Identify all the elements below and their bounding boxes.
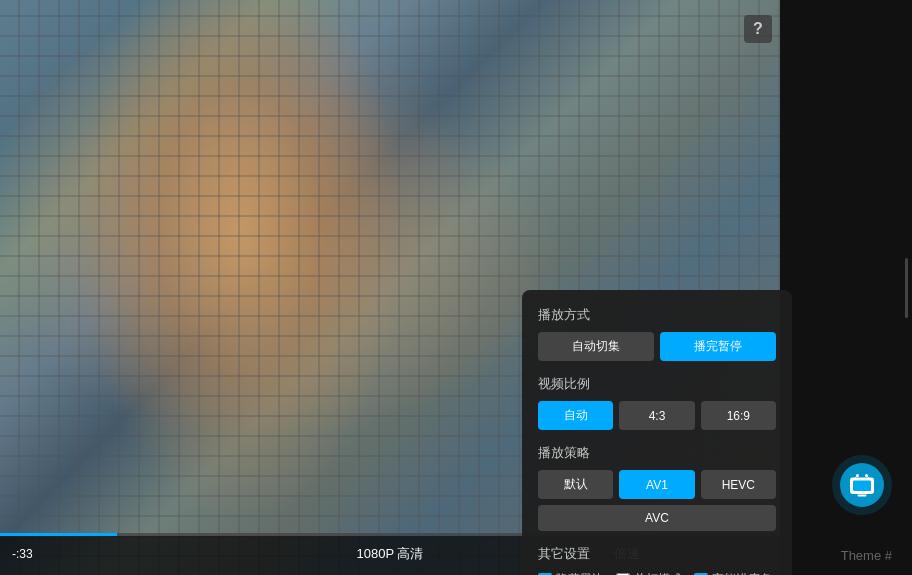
ratio-section: 视频比例 自动 4:3 16:9	[538, 375, 776, 430]
quality-info[interactable]: 1080P 高清	[357, 545, 424, 563]
playmode-buttons: 自动切集 播完暂停	[538, 332, 776, 361]
other-title: 其它设置	[538, 545, 776, 563]
hideborder-label: 隐藏黑边	[556, 571, 604, 575]
ratio-buttons: 自动 4:3 16:9	[538, 401, 776, 430]
bili-logo-inner	[840, 463, 884, 507]
fastprogress-checkbox[interactable]: 高能进度条	[694, 571, 772, 575]
checkbox-group: 隐藏黑边 关灯模式 高能进度条	[538, 571, 776, 575]
fastprogress-label: 高能进度条	[712, 571, 772, 575]
strategy-buttons: 默认 AV1 HEVC AVC	[538, 470, 776, 531]
strategy-av1-button[interactable]: AV1	[619, 470, 694, 499]
playmode-section: 播放方式 自动切集 播完暂停	[538, 306, 776, 361]
settings-panel: 播放方式 自动切集 播完暂停 视频比例 自动 4:3 16:9 播放策略 默认 …	[522, 290, 792, 575]
strategy-avc-button[interactable]: AVC	[538, 505, 776, 531]
svg-rect-1	[853, 481, 871, 492]
ratio-auto-button[interactable]: 自动	[538, 401, 613, 430]
bili-tv-icon	[847, 470, 877, 500]
svg-rect-6	[858, 495, 867, 497]
ratio-43-button[interactable]: 4:3	[619, 401, 694, 430]
playmode-title: 播放方式	[538, 306, 776, 324]
other-section: 其它设置 隐藏黑边 关灯模式 高能进度条	[538, 545, 776, 575]
pausefinish-button[interactable]: 播完暂停	[660, 332, 776, 361]
bili-logo[interactable]	[832, 455, 892, 515]
hideborder-checkbox[interactable]: 隐藏黑边	[538, 571, 604, 575]
strategy-hevc-button[interactable]: HEVC	[701, 470, 776, 499]
strategy-default-button[interactable]: 默认	[538, 470, 613, 499]
time-display: -:33	[12, 547, 33, 561]
ratio-title: 视频比例	[538, 375, 776, 393]
strategy-title: 播放策略	[538, 444, 776, 462]
progress-bar-fill	[0, 533, 117, 536]
scroll-indicator	[905, 258, 908, 318]
theme-label: Theme #	[841, 548, 892, 563]
strategy-section: 播放策略 默认 AV1 HEVC AVC	[538, 444, 776, 531]
ratio-169-button[interactable]: 16:9	[701, 401, 776, 430]
question-icon[interactable]: ?	[744, 15, 772, 43]
darkmode-checkbox[interactable]: 关灯模式	[616, 571, 682, 575]
darkmode-label: 关灯模式	[634, 571, 682, 575]
autoswitch-button[interactable]: 自动切集	[538, 332, 654, 361]
